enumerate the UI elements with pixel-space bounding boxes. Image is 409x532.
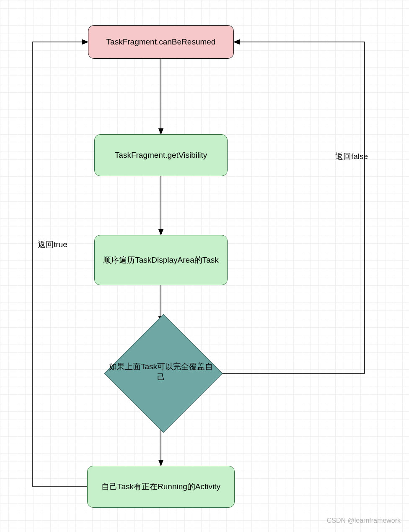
node-label: TaskFragment.canBeResumed — [106, 37, 216, 47]
node-label: 顺序遍历TaskDisplayArea的Task — [103, 255, 219, 266]
node-label: TaskFragment.getVisibility — [115, 150, 207, 161]
node-running-activity: 自己Task有正在Running的Activity — [87, 466, 235, 508]
node-can-be-resumed: TaskFragment.canBeResumed — [88, 25, 234, 59]
node-get-visibility: TaskFragment.getVisibility — [94, 134, 228, 176]
node-iterate-tasks: 顺序遍历TaskDisplayArea的Task — [94, 235, 228, 285]
watermark-text: CSDN @learnframework — [327, 517, 401, 524]
edge-label-return-false: 返回false — [335, 151, 368, 162]
node-decision-label: 如果上面Task可以完全覆盖自己 — [106, 362, 215, 382]
edge-label-return-true: 返回true — [38, 239, 67, 250]
node-label: 自己Task有正在Running的Activity — [101, 482, 220, 492]
